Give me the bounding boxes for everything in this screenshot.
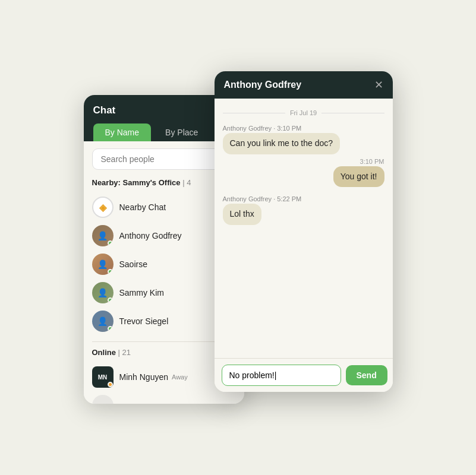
message-input[interactable]: [222, 365, 341, 386]
convo-panel-title: Anthony Godfrey: [224, 80, 302, 90]
avatar-saoirse: 👤: [92, 254, 114, 275]
chat-tab-bar: By Name By Place: [93, 124, 235, 141]
msg-sender-3: Anthony Godfrey · 5:22 PM: [223, 195, 302, 202]
status-dot-minh: [108, 382, 113, 387]
avatar-trevor: 👤: [92, 311, 114, 332]
avatar-partial: [92, 395, 114, 404]
user-name-minh: Minh Nguyen: [119, 372, 169, 382]
user-name-sammy: Sammy Kim: [119, 288, 164, 297]
msg-time-2: 3:10 PM: [360, 158, 384, 165]
list-item-partial: [92, 391, 236, 404]
message-group-1: Anthony Godfrey · 3:10 PM Can you link m…: [223, 125, 384, 154]
tab-by-name[interactable]: By Name: [93, 124, 152, 141]
away-badge-minh: Away: [172, 373, 188, 381]
nearby-chat-icon: ◈: [92, 197, 114, 218]
bubble-3: Lol thx: [223, 204, 261, 225]
status-dot-sammy: [108, 297, 113, 303]
convo-body: Fri Jul 19 Anthony Godfrey · 3:10 PM Can…: [215, 99, 393, 358]
bubble-2: You got it!: [333, 166, 384, 188]
nearby-chat-label: Nearby Chat: [119, 202, 166, 212]
status-dot-trevor: [108, 326, 113, 331]
status-dot-saoirse: [108, 269, 113, 274]
user-name-saoirse: Saoirse: [119, 259, 147, 269]
avatar-anthony: 👤: [92, 225, 114, 246]
convo-header: Anthony Godfrey ✕: [215, 71, 393, 99]
date-divider: Fri Jul 19: [223, 109, 384, 116]
user-name-anthony: Anthony Godfrey: [119, 231, 182, 240]
message-group-3: Anthony Godfrey · 5:22 PM Lol thx: [223, 195, 384, 225]
convo-panel: Anthony Godfrey ✕ Fri Jul 19 Anthony God…: [215, 71, 393, 392]
bubble-1: Can you link me to the doc?: [223, 133, 341, 154]
tab-by-place[interactable]: By Place: [153, 124, 210, 141]
user-name-trevor: Trevor Siegel: [119, 316, 169, 326]
convo-close-button[interactable]: ✕: [374, 80, 383, 90]
avatar-sammy: 👤: [92, 282, 114, 303]
msg-sender-1: Anthony Godfrey · 3:10 PM: [223, 125, 302, 132]
send-button[interactable]: Send: [346, 365, 387, 385]
status-dot-anthony: [108, 240, 113, 246]
message-group-2: 3:10 PM You got it!: [223, 158, 384, 188]
avatar-minh: MN: [92, 366, 114, 388]
convo-footer: Send: [215, 358, 393, 392]
chat-panel-title: Chat: [93, 104, 116, 116]
